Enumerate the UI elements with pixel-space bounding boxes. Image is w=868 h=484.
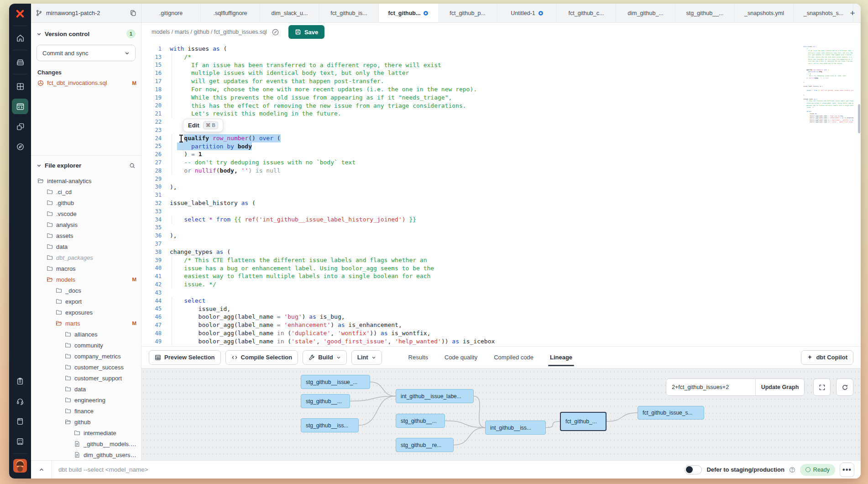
search-icon[interactable] (129, 163, 136, 169)
support-headset-icon[interactable] (9, 391, 31, 411)
status-badge[interactable]: Ready (800, 464, 835, 476)
code-editor-nav[interactable] (9, 96, 31, 116)
home-icon[interactable] (9, 28, 31, 48)
code-line[interactable]: 21 Let's revisit this modeling in the fu… (141, 110, 801, 118)
file-tree-folder[interactable]: exposures (31, 307, 141, 318)
lineage-node[interactable]: stg_github__issue_... (301, 375, 370, 389)
collapse-command-bar-button[interactable] (31, 461, 52, 479)
code-line[interactable]: 16 multiple issues with identical body t… (141, 69, 801, 77)
file-tree-folder[interactable]: .ci_cd (31, 186, 141, 197)
editor-tab[interactable]: fct_github_p... (438, 4, 497, 22)
code-line[interactable]: 1with issues as ( (141, 45, 801, 53)
code-line[interactable]: 18 For now, choose the one with more rec… (141, 85, 801, 94)
code-line[interactable]: 28 or nullif(body, '') is null (141, 167, 801, 175)
file-tree-folder[interactable]: intermediate (31, 427, 141, 438)
explore-compass-icon[interactable] (9, 137, 31, 157)
lineage-node[interactable]: stg_github__... (301, 394, 350, 408)
help-icon[interactable] (789, 467, 795, 473)
result-tab-lineage[interactable]: Lineage (550, 347, 572, 368)
minimap[interactable]: with issues as ( /* If an issue has been… (803, 46, 853, 123)
code-line[interactable]: 43 (141, 289, 801, 297)
code-line[interactable]: 36), (141, 231, 801, 240)
file-tree-folder[interactable]: analysis (31, 219, 141, 230)
editor-tab[interactable]: dim_slack_u... (260, 4, 319, 22)
lineage-node[interactable]: fct_github_issue_s... (638, 406, 704, 420)
command-input[interactable]: dbt build --select <model_name> (58, 466, 148, 473)
file-tree-folder[interactable]: data (31, 384, 141, 395)
lineage-panel[interactable]: stg_github__issue_...stg_github__...stg_… (141, 368, 861, 460)
clipboard-icon[interactable] (9, 371, 31, 391)
code-line[interactable]: 29 (141, 175, 801, 183)
editor-tab[interactable]: .gitignore (141, 4, 201, 22)
file-tree-file[interactable]: dim_github_users.sql (31, 449, 141, 460)
file-explorer-header[interactable]: File explorer (31, 156, 141, 172)
code-line[interactable]: 49 boolor_agg(label_name in ('stale', 'g… (141, 337, 801, 346)
code-line[interactable]: 44 select (141, 297, 801, 305)
code-line[interactable]: 46 boolor_agg(label_name = 'bug') as is_… (141, 313, 801, 321)
file-tree-folder[interactable]: export (31, 296, 141, 307)
file-tree-folder[interactable]: dbt_packages (31, 252, 141, 263)
refresh-button[interactable] (836, 379, 853, 396)
dbt-copilot-button[interactable]: dbt Copilot (801, 350, 853, 365)
save-button[interactable]: Save (288, 25, 324, 39)
build-button[interactable]: Build (303, 350, 347, 365)
file-context-icon[interactable] (272, 28, 279, 36)
lineage-selector-input[interactable]: 2+fct_github_issues+2 (666, 379, 756, 395)
code-line[interactable]: 17 will get updates for events that happ… (141, 77, 801, 85)
code-line[interactable]: 30), (141, 183, 801, 191)
copy-icon[interactable] (130, 10, 136, 16)
code-line[interactable]: 40 issue has a bug or enhancement label.… (141, 264, 801, 273)
code-line[interactable]: 19 While this prevents the old issue fro… (141, 94, 801, 102)
file-tree-folder[interactable]: engineering (31, 395, 141, 405)
fullscreen-button[interactable] (813, 379, 831, 396)
code-editor[interactable]: 1with issues as (13 /*15 If an issue has… (141, 41, 861, 346)
projects-icon[interactable] (9, 52, 31, 72)
file-tree-folder[interactable]: _docs (31, 285, 141, 296)
new-tab-button[interactable]: + (844, 4, 861, 22)
code-line[interactable]: 45 issue_id, (141, 305, 801, 313)
docs-book-icon[interactable] (9, 411, 31, 431)
result-tab-compiled-code[interactable]: Compiled code (494, 347, 533, 368)
file-tree-folder[interactable]: internal-analytics (31, 175, 141, 186)
code-line[interactable]: 26 ) = 1 (141, 150, 801, 158)
defer-toggle[interactable] (685, 465, 702, 474)
file-tree-folder[interactable]: company_metrics (31, 351, 141, 362)
file-tree-folder[interactable]: macros (31, 263, 141, 274)
result-tab-results[interactable]: Results (408, 347, 428, 368)
dashboard-grid-icon[interactable] (9, 76, 31, 96)
code-line[interactable]: 32issue_label_history as ( (141, 199, 801, 207)
compile-selection-button[interactable]: Compile Selection (225, 350, 298, 365)
update-graph-button[interactable]: Update Graph (756, 379, 804, 395)
file-tree-folder[interactable]: customer_success (31, 362, 141, 373)
changelog-panel-icon[interactable] (9, 431, 31, 452)
code-line[interactable]: 34 select * from {{ ref('int_github__iss… (141, 216, 801, 224)
lineage-node[interactable]: stg_github__re... (396, 438, 454, 452)
lineage-node[interactable]: int_github__issue_labe... (396, 389, 474, 403)
editor-tab[interactable]: Untitled-1 (497, 4, 557, 22)
git-branch-widget[interactable]: mirnawong1-patch-2 (31, 4, 141, 22)
file-tree-folder[interactable]: modelsM (31, 274, 141, 285)
editor-scrollbar[interactable] (858, 104, 860, 133)
code-line[interactable]: 15 If an issue has been transferred to a… (141, 61, 801, 69)
code-line[interactable]: 39 /* This CTE flattens the different is… (141, 256, 801, 264)
more-options-button[interactable]: ••• (840, 463, 854, 477)
code-line[interactable]: 13 /* (141, 53, 801, 61)
commit-and-sync-button[interactable]: Commit and sync (37, 45, 136, 61)
file-tree-folder[interactable]: .github (31, 197, 141, 208)
editor-tab[interactable]: stg_github__... (675, 4, 735, 22)
lineage-node[interactable]: fct_github_... (560, 412, 607, 431)
editor-tab[interactable]: fct_github... (379, 4, 438, 22)
code-line[interactable]: 24 qualify row_number() over ( (141, 134, 801, 142)
version-control-header[interactable]: Version control 1 (31, 23, 141, 41)
code-line[interactable]: 20 this has the effect of removing the n… (141, 102, 801, 110)
user-avatar[interactable] (9, 456, 31, 476)
code-line[interactable]: 48 boolor_agg(label_name in ('duplicate'… (141, 329, 801, 337)
file-tree-folder[interactable]: github (31, 416, 141, 427)
code-line[interactable]: 31 (141, 191, 801, 199)
file-tree-folder[interactable]: alliances (31, 329, 141, 340)
file-tree-folder[interactable]: martsM (31, 318, 141, 329)
code-line[interactable]: 25 partition by body (141, 142, 801, 151)
file-tree-folder[interactable]: .vscode (31, 208, 141, 219)
editor-tab[interactable]: .sqlfluffignore (201, 4, 260, 22)
editor-tab[interactable]: fct_github_c... (557, 4, 616, 22)
